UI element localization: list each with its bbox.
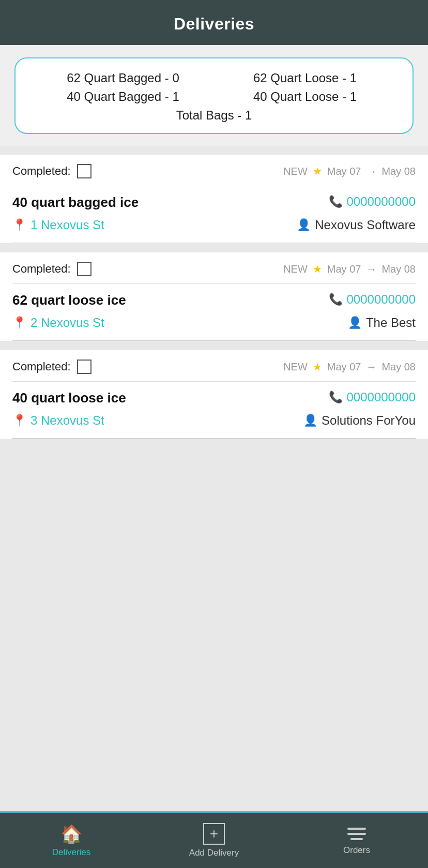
- tab-add-delivery-label: Add Delivery: [189, 848, 239, 858]
- home-icon: 🏠: [60, 824, 82, 844]
- company-cell-1: 👤 Nexovus Software: [214, 218, 416, 232]
- product-name-2: 62 quart loose ice: [12, 292, 214, 308]
- star-icon-3: ★: [313, 361, 322, 373]
- divider-bottom-1: [12, 243, 416, 243]
- delivery-card-3: Completed: NEW ★ May 07 → May 08 40 quar…: [0, 350, 428, 439]
- location-icon-1: 📍: [12, 218, 26, 232]
- delivery-detail-2: 62 quart loose ice 📞 0000000000 📍 2 Nexo…: [0, 284, 428, 340]
- page-title: Deliveries: [174, 14, 254, 33]
- person-icon-2: 👤: [348, 316, 362, 330]
- plus-icon: +: [203, 823, 225, 845]
- badge-new-3: NEW: [283, 361, 308, 373]
- address-cell-3[interactable]: 📍 3 Nexovus St: [12, 413, 214, 428]
- address-cell-2[interactable]: 📍 2 Nexovus St: [12, 316, 214, 330]
- star-icon-2: ★: [313, 263, 322, 275]
- completed-checkbox-3[interactable]: [77, 360, 91, 374]
- summary-box: 62 Quart Bagged - 0 62 Quart Loose - 1 4…: [14, 57, 414, 134]
- arrow-3: →: [366, 361, 376, 373]
- company-name-3: Solutions ForYou: [322, 413, 416, 428]
- divider-bottom-2: [12, 340, 416, 341]
- tab-orders[interactable]: Orders: [285, 826, 428, 856]
- completed-label-3: Completed:: [12, 360, 71, 373]
- orders-icon: [347, 826, 366, 842]
- location-icon-2: 📍: [12, 316, 26, 330]
- product-name-1: 40 quart bagged ice: [12, 194, 214, 211]
- phone-icon-3: 📞: [329, 391, 343, 404]
- summary-40-loose: 40 Quart Loose - 1: [214, 89, 396, 104]
- location-icon-3: 📍: [12, 414, 26, 427]
- phone-icon-2: 📞: [329, 293, 343, 306]
- date-from-1: May 07: [327, 166, 361, 177]
- address-text-1: 1 Nexovus St: [30, 218, 104, 232]
- address-text-3: 3 Nexovus St: [30, 413, 104, 428]
- delivery-detail-1: 40 quart bagged ice 📞 0000000000 📍 1 Nex…: [0, 186, 428, 243]
- phone-cell-3[interactable]: 📞 0000000000: [214, 390, 416, 405]
- completed-label-1: Completed:: [12, 164, 71, 178]
- company-name-2: The Best: [366, 316, 416, 330]
- summary-total-bags: Total Bags - 1: [32, 108, 396, 123]
- badge-new-2: NEW: [283, 263, 308, 275]
- star-icon-1: ★: [313, 165, 322, 177]
- arrow-1: →: [366, 166, 376, 177]
- arrow-2: →: [366, 263, 376, 275]
- person-icon-1: 👤: [297, 218, 311, 232]
- person-icon-3: 👤: [303, 414, 317, 427]
- address-text-2: 2 Nexovus St: [30, 316, 104, 330]
- completed-checkbox-2[interactable]: [77, 262, 91, 276]
- tab-deliveries-label: Deliveries: [52, 847, 91, 858]
- tab-deliveries[interactable]: 🏠 Deliveries: [0, 824, 143, 858]
- date-to-1: May 08: [381, 166, 416, 177]
- summary-section: 62 Quart Bagged - 0 62 Quart Loose - 1 4…: [0, 45, 428, 146]
- completed-checkbox-1[interactable]: [77, 164, 91, 178]
- phone-number-3: 0000000000: [347, 390, 416, 405]
- delivery-card-2: Completed: NEW ★ May 07 → May 08 62 quar…: [0, 252, 428, 341]
- tab-bar: 🏠 Deliveries + Add Delivery Orders: [0, 811, 428, 868]
- date-from-2: May 07: [327, 263, 361, 275]
- delivery-card-1: Completed: NEW ★ May 07 → May 08 40 quar…: [0, 155, 428, 243]
- date-to-3: May 08: [381, 361, 416, 373]
- app-header: Deliveries: [0, 0, 428, 45]
- phone-number-1: 0000000000: [347, 194, 416, 209]
- delivery-detail-3: 40 quart loose ice 📞 0000000000 📍 3 Nexo…: [0, 382, 428, 438]
- bottom-spacer: [0, 439, 428, 552]
- phone-cell-2[interactable]: 📞 0000000000: [214, 292, 416, 307]
- phone-icon-1: 📞: [329, 195, 343, 208]
- product-name-3: 40 quart loose ice: [12, 390, 214, 406]
- summary-62-loose: 62 Quart Loose - 1: [214, 71, 396, 85]
- tab-add-delivery[interactable]: + Add Delivery: [143, 823, 285, 858]
- completed-label-2: Completed:: [12, 262, 71, 276]
- company-cell-3: 👤 Solutions ForYou: [214, 413, 416, 428]
- phone-number-2: 0000000000: [347, 292, 416, 307]
- badge-new-1: NEW: [283, 166, 308, 177]
- summary-62-bagged: 62 Quart Bagged - 0: [32, 71, 214, 85]
- summary-40-bagged: 40 Quart Bagged - 1: [32, 89, 214, 104]
- tab-orders-label: Orders: [343, 845, 370, 856]
- company-name-1: Nexovus Software: [315, 218, 416, 232]
- company-cell-2: 👤 The Best: [214, 316, 416, 330]
- date-to-2: May 08: [381, 263, 416, 275]
- date-from-3: May 07: [327, 361, 361, 373]
- phone-cell-1[interactable]: 📞 0000000000: [214, 194, 416, 209]
- address-cell-1[interactable]: 📍 1 Nexovus St: [12, 218, 214, 232]
